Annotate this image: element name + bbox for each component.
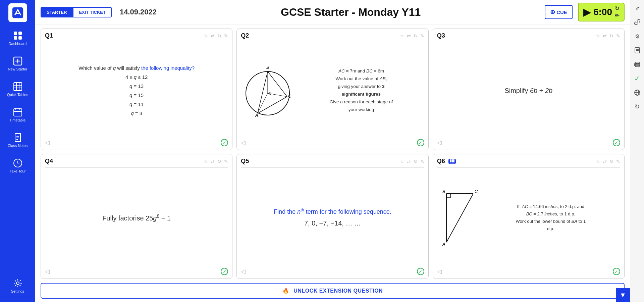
tab-starter[interactable]: STARTER	[41, 7, 73, 17]
q5-star-icon[interactable]: ☆	[400, 159, 404, 164]
q3-prev[interactable]: ◁	[437, 139, 442, 146]
q4-prev[interactable]: ◁	[45, 268, 50, 275]
q4-label: Q4	[45, 158, 53, 165]
q1-footer: ◁ ✓	[45, 139, 228, 146]
expand-icon[interactable]: ⤢	[632, 3, 643, 13]
unlock-label: UNLOCK EXTENSION QUESTION	[293, 288, 383, 294]
play-icon[interactable]: ▶	[583, 7, 591, 18]
q2-refresh-icon[interactable]: ↻	[414, 33, 418, 39]
q3-refresh-icon[interactable]: ↻	[609, 33, 613, 39]
q5-check[interactable]: ✓	[417, 268, 424, 275]
refresh-right-icon[interactable]: ↻	[632, 101, 643, 112]
sidebar: Dashboard New Starter Quick Tables Timet…	[0, 0, 35, 302]
settings-icon[interactable]: ⚙	[632, 31, 643, 42]
q6-check[interactable]: ✓	[613, 268, 620, 275]
svg-text:B: B	[266, 65, 269, 70]
page-header: STARTER EXIT TICKET 14.09.2022 GCSE Star…	[35, 0, 630, 24]
tab-exit-ticket[interactable]: EXIT TICKET	[73, 7, 111, 17]
pencil-icon[interactable]: ✏	[615, 12, 619, 19]
svg-rect-4	[18, 36, 22, 40]
q6-body: B C A If, AC = 14.66 inches, to 2 d.p. a…	[437, 170, 620, 265]
q2-prev[interactable]: ◁	[241, 139, 246, 146]
q4-refresh-icon[interactable]: ↻	[217, 159, 221, 164]
q6-prev[interactable]: ◁	[437, 268, 442, 275]
document-icon[interactable]	[632, 45, 643, 56]
q3-edit-icon[interactable]: ✎	[616, 33, 620, 39]
q2-divider	[241, 42, 424, 42]
svg-text:C: C	[475, 189, 478, 194]
sidebar-item-new-starter[interactable]: New Starter	[3, 54, 33, 74]
globe-icon[interactable]	[632, 87, 643, 98]
sidebar-item-settings-label: Settings	[11, 289, 24, 293]
svg-rect-45	[446, 194, 450, 198]
refresh-icon[interactable]: ↻	[615, 5, 619, 12]
timer-display: 6:00	[593, 7, 612, 17]
q5-swap-icon[interactable]: ⇄	[407, 159, 411, 164]
header-date: 14.09.2022	[120, 8, 157, 16]
q2-check[interactable]: ✓	[417, 139, 424, 146]
q6-edit-icon[interactable]: ✎	[616, 159, 620, 164]
q3-check[interactable]: ✓	[613, 139, 620, 146]
q4-star-icon[interactable]: ☆	[204, 159, 208, 164]
card-header-1: Q1 ☆ ⇄ ↻ ✎	[45, 32, 228, 39]
q2-swap-icon[interactable]: ⇄	[407, 33, 411, 39]
q2-edit-icon[interactable]: ✎	[420, 33, 424, 39]
q6-diagram: B C A	[440, 187, 480, 249]
sidebar-item-new-starter-label: New Starter	[8, 67, 27, 71]
q1-swap-icon[interactable]: ⇄	[211, 33, 215, 39]
q6-refresh-icon[interactable]: ↻	[609, 159, 613, 164]
sidebar-item-timetable[interactable]: Timetable	[3, 105, 33, 125]
svg-rect-13	[14, 109, 22, 116]
q4-edit-icon[interactable]: ✎	[224, 159, 228, 164]
print-icon[interactable]	[632, 59, 643, 70]
sidebar-item-quick-tables[interactable]: Quick Tables	[3, 79, 33, 99]
cue-label: CUE	[556, 9, 567, 15]
question-card-5: Q5 ☆ ⇄ ↻ ✎ Find the nth term for the fol…	[236, 154, 428, 279]
q1-edit-icon[interactable]: ✎	[224, 33, 228, 39]
q1-divider	[45, 42, 228, 42]
sidebar-item-take-tour[interactable]: Take Tour	[3, 156, 33, 176]
sidebar-item-class-notes[interactable]: Class Notes	[3, 130, 33, 150]
q1-prev[interactable]: ◁	[45, 139, 50, 146]
sidebar-item-dashboard[interactable]: Dashboard	[3, 28, 33, 48]
sidebar-item-settings[interactable]: Settings	[3, 276, 33, 296]
svg-rect-2	[18, 32, 22, 35]
q3-body: Simplify 6b + 2b	[437, 45, 620, 136]
q5-edit-icon[interactable]: ✎	[420, 159, 424, 164]
q5-refresh-icon[interactable]: ↻	[414, 159, 418, 164]
q5-prev[interactable]: ◁	[241, 268, 246, 275]
q4-swap-icon[interactable]: ⇄	[211, 159, 215, 164]
q1-refresh-icon[interactable]: ↻	[217, 33, 221, 39]
scroll-down-button[interactable]: ▼	[616, 288, 630, 302]
svg-rect-37	[451, 161, 453, 162]
svg-line-44	[446, 194, 473, 242]
question-card-3: Q3 ☆ ⇄ ↻ ✎ Simplify 6b + 2b ◁ ✓	[433, 29, 625, 150]
q1-check[interactable]: ✓	[221, 139, 228, 146]
q6-swap-icon[interactable]: ⇄	[603, 159, 607, 164]
q5-icons: ☆ ⇄ ↻ ✎	[400, 159, 424, 164]
card-header-4: Q4 ☆ ⇄ ↻ ✎	[45, 158, 228, 165]
q6-divider	[437, 167, 620, 168]
q6-grid-badge	[448, 159, 456, 164]
q4-content: Fully factorise 25g8 − 1	[102, 213, 171, 222]
questions-grid: Q1 ☆ ⇄ ↻ ✎ Which value of q will satisfy…	[35, 24, 630, 283]
q3-icons: ☆ ⇄ ↻ ✎	[596, 33, 620, 39]
q3-content: Simplify 6b + 2b	[504, 87, 552, 95]
q4-check[interactable]: ✓	[221, 268, 228, 275]
q4-icons: ☆ ⇄ ↻ ✎	[204, 159, 228, 164]
svg-rect-8	[14, 83, 22, 91]
q6-star-icon[interactable]: ☆	[596, 159, 600, 164]
svg-point-21	[16, 282, 19, 285]
tick-icon[interactable]: ✓	[632, 73, 643, 84]
unlock-extension-bar[interactable]: 🔥 UNLOCK EXTENSION QUESTION	[41, 283, 625, 299]
link-icon[interactable]	[632, 17, 643, 28]
q3-star-icon[interactable]: ☆	[596, 33, 600, 39]
cue-button[interactable]: ⊕ CUE	[545, 5, 573, 19]
q3-swap-icon[interactable]: ⇄	[603, 33, 607, 39]
sidebar-item-timetable-label: Timetable	[10, 118, 26, 122]
q1-star-icon[interactable]: ☆	[204, 33, 208, 39]
svg-rect-39	[450, 163, 451, 163]
svg-line-24	[258, 71, 268, 113]
q2-star-icon[interactable]: ☆	[400, 33, 404, 39]
q3-footer: ◁ ✓	[437, 139, 620, 146]
